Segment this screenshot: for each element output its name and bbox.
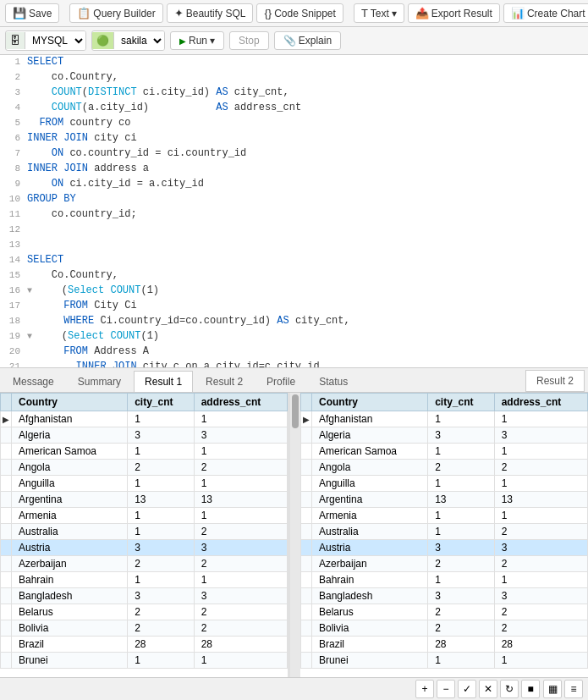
tab-message[interactable]: Message [2, 371, 65, 392]
line-code[interactable]: INNER JOIN address a [27, 163, 588, 174]
code-snippet-button[interactable]: {} Code Snippet [256, 3, 343, 23]
table-cell: 1 [194, 508, 287, 524]
result1-pane: Countrycity_cntaddress_cnt▶Afghanistan11… [0, 393, 290, 677]
table-cell: 1 [128, 444, 194, 460]
line-code[interactable]: WHERE Ci.country_id=co.country_id) AS ci… [27, 315, 588, 327]
query-builder-button[interactable]: 📋 Query Builder [69, 3, 162, 23]
table-cell: Armenia [312, 508, 428, 524]
tab-result2[interactable]: Result 2 [195, 371, 254, 392]
table-row[interactable]: Bahrain11 [1, 572, 288, 588]
db-name-select[interactable]: sakila [114, 31, 164, 50]
table-row[interactable]: ▶Afghanistan11 [1, 411, 288, 427]
refresh-button[interactable]: ↻ [500, 680, 519, 698]
db-engine-select[interactable]: MYSQL [25, 31, 85, 50]
table-row[interactable]: Bolivia22 [1, 620, 288, 637]
cancel-button[interactable]: ✕ [479, 680, 497, 698]
db-name-select-wrap[interactable]: 🟢 sakila [91, 30, 165, 51]
export-button[interactable]: 📤 Export Result [408, 3, 500, 23]
line-code[interactable]: FROM City Ci [27, 300, 588, 311]
table-row[interactable]: Argentina1313 [1, 492, 288, 508]
table-row[interactable]: Argentina1313 [301, 492, 588, 508]
table-cell: Brunei [12, 653, 128, 669]
tab-summary[interactable]: Summary [67, 371, 132, 392]
grid-view-button[interactable]: ▦ [543, 680, 562, 698]
code-line-12: 12 [0, 223, 588, 238]
code-line-4: 4 COUNT(a.city_id) AS address_cnt [0, 101, 588, 116]
fold-icon[interactable]: ▼ [27, 286, 36, 295]
tab-profile[interactable]: Profile [256, 371, 306, 392]
scrollbar-thumb[interactable] [292, 394, 299, 428]
line-code[interactable]: SELECT [27, 254, 588, 266]
table-row[interactable]: Brunei11 [301, 653, 588, 669]
line-code[interactable]: FROM Address A [27, 345, 588, 357]
line-code[interactable]: ▼ (Select COUNT(1) [27, 330, 588, 342]
table-row[interactable]: Bangladesh33 [301, 588, 588, 604]
save-button[interactable]: 💾 Save [5, 3, 59, 23]
create-chart-label: Create Chart [527, 8, 585, 19]
stop-button[interactable]: Stop [229, 31, 269, 50]
table-row[interactable]: Brunei11 [1, 653, 288, 669]
main-toolbar: 💾 Save 📋 Query Builder ✦ Beautify SQL {}… [0, 0, 588, 27]
table-row[interactable]: Azerbaijan22 [301, 556, 588, 572]
db-engine-select-wrap[interactable]: 🗄 MYSQL [5, 30, 86, 51]
code-line-10: 10GROUP BY [0, 192, 588, 207]
table-row[interactable]: Azerbaijan22 [1, 556, 288, 572]
table-row[interactable]: American Samoa11 [1, 444, 288, 460]
line-code[interactable]: FROM country co [27, 117, 588, 129]
line-code[interactable]: ON co.country_id = ci.country_id [27, 147, 588, 159]
stop-query-button[interactable]: ■ [521, 680, 540, 698]
table-row[interactable]: ▶Afghanistan11 [301, 411, 588, 427]
line-number: 21 [0, 361, 27, 368]
table-row[interactable]: Austria33 [301, 540, 588, 556]
table-row[interactable]: Belarus22 [301, 604, 588, 620]
table-row[interactable]: Armenia11 [1, 508, 288, 524]
line-code[interactable]: INNER JOIN city ci [27, 132, 588, 144]
tab-status[interactable]: Status [308, 371, 359, 392]
table-row[interactable]: American Samoa11 [301, 444, 588, 460]
sql-editor[interactable]: 1SELECT2 co.Country,3 COUNT(DISTINCT ci.… [0, 55, 588, 368]
remove-row-button[interactable]: − [437, 680, 455, 698]
table-row[interactable]: Austria33 [1, 540, 288, 556]
table-cell: 2 [128, 460, 194, 476]
table-row[interactable]: Algeria33 [301, 427, 588, 444]
line-code[interactable]: ▼ (Select COUNT(1) [27, 284, 588, 296]
line-code[interactable]: co.country_id; [27, 208, 588, 220]
list-view-button[interactable]: ≡ [564, 680, 583, 698]
table-row[interactable]: Armenia11 [301, 508, 588, 524]
result2-header-tab[interactable]: Result 2 [525, 370, 585, 392]
table-cell: Argentina [312, 492, 428, 508]
line-number: 10 [0, 193, 27, 204]
line-code[interactable]: COUNT(a.city_id) AS address_cnt [27, 102, 588, 113]
table-row[interactable]: Australia12 [1, 524, 288, 540]
table-row[interactable]: Australia12 [301, 524, 588, 540]
line-code[interactable]: SELECT [27, 56, 588, 68]
create-chart-button[interactable]: 📊 Create Chart [503, 3, 588, 23]
line-code[interactable]: COUNT(DISTINCT ci.city_id) AS city_cnt, [27, 86, 588, 98]
explain-button[interactable]: 📎 Explain [274, 31, 341, 50]
line-code[interactable]: INNER JOIN city c on a.city_id=c.city_id [27, 361, 588, 368]
fold-icon[interactable]: ▼ [27, 332, 36, 341]
table-row[interactable]: Algeria33 [1, 427, 288, 444]
table-row[interactable]: Brazil2828 [1, 637, 288, 653]
add-row-button[interactable]: + [415, 680, 434, 698]
table-row[interactable]: Brazil2828 [301, 637, 588, 653]
line-code[interactable]: Co.Country, [27, 269, 588, 281]
table-row[interactable]: Angola22 [301, 460, 588, 476]
table-row[interactable]: Anguilla11 [301, 476, 588, 492]
line-code[interactable]: GROUP BY [27, 193, 588, 205]
run-button[interactable]: ▶ Run ▾ [170, 31, 224, 50]
table-row[interactable]: Belarus22 [1, 604, 288, 620]
table-row[interactable]: Bolivia22 [301, 620, 588, 637]
line-code[interactable]: co.Country, [27, 71, 588, 83]
line-number: 5 [0, 117, 27, 128]
beautify-button[interactable]: ✦ Beautify SQL [167, 3, 254, 23]
table-row[interactable]: Anguilla11 [1, 476, 288, 492]
table-row[interactable]: Bangladesh33 [1, 588, 288, 604]
vertical-scrollbar[interactable] [290, 393, 300, 677]
confirm-button[interactable]: ✓ [458, 680, 476, 698]
table-row[interactable]: Bahrain11 [301, 572, 588, 588]
text-button[interactable]: T Text ▾ [354, 3, 404, 23]
tab-result1[interactable]: Result 1 [134, 371, 193, 392]
table-row[interactable]: Angola22 [1, 460, 288, 476]
line-code[interactable]: ON ci.city_id = a.city_id [27, 178, 588, 190]
